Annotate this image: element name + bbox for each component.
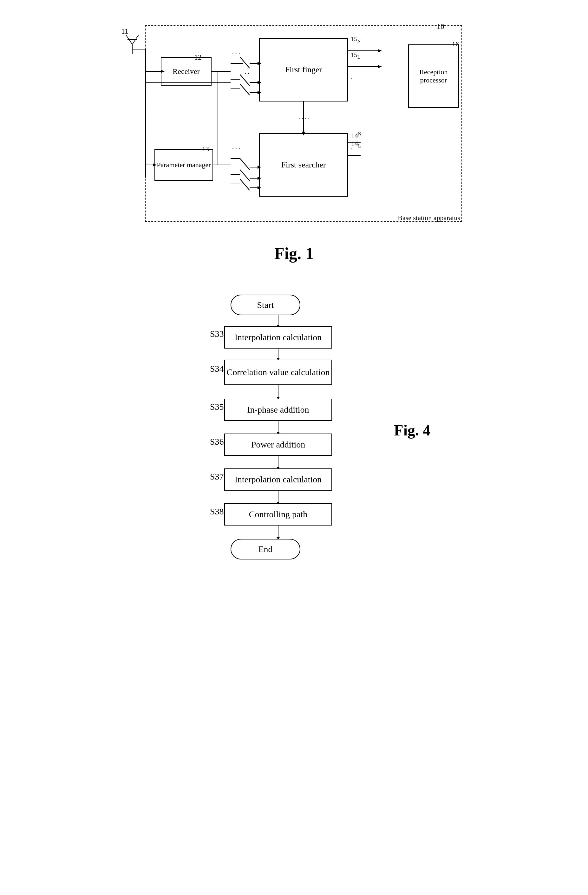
fig4-section: Start S33 Interpolation calculation S34 …	[25, 288, 563, 643]
label-12: 12	[194, 53, 202, 62]
s35-rect: In-phase addition	[224, 399, 332, 421]
end-capsule: End	[230, 539, 300, 560]
reception-box: Reception processor	[408, 44, 459, 108]
s38-rect: Controlling path	[224, 503, 332, 525]
bsa-label: Base station apparatus	[398, 214, 460, 222]
fig4-caption-inside: Fig. 4	[394, 422, 430, 439]
first-finger-box: First finger	[259, 38, 348, 102]
start-capsule: Start	[230, 294, 300, 315]
s33-rect: Interpolation calculation	[224, 326, 332, 349]
label-11: 11	[121, 27, 129, 35]
receiver-box: Receiver	[161, 57, 212, 86]
label-14N: 14N	[351, 131, 361, 140]
s36-rect: Power addition	[224, 434, 332, 456]
fig1-caption: Fig. 1	[274, 244, 314, 263]
label-13: 13	[202, 145, 209, 153]
fig1-section: Base station apparatus 10 11 Receiver 12…	[25, 19, 563, 263]
antenna-icon	[123, 32, 142, 57]
label-10: 10	[437, 22, 444, 31]
s34-rect: Correlation value calculation	[224, 360, 332, 385]
fig1-diagram: Base station apparatus 10 11 Receiver 12…	[120, 19, 468, 235]
fig4-diagram: Start S33 Interpolation calculation S34 …	[151, 288, 437, 643]
page-container: Base station apparatus 10 11 Receiver 12…	[0, 0, 588, 895]
label-16: 16	[452, 40, 459, 48]
param-box: Parameter manager	[155, 149, 213, 181]
first-searcher-box: First searcher	[259, 133, 348, 197]
label-15N: 15N	[350, 35, 361, 44]
label-14L: 14L	[351, 140, 361, 149]
label-15L: 15L	[350, 51, 360, 60]
s37-rect: Interpolation calculation	[224, 469, 332, 491]
